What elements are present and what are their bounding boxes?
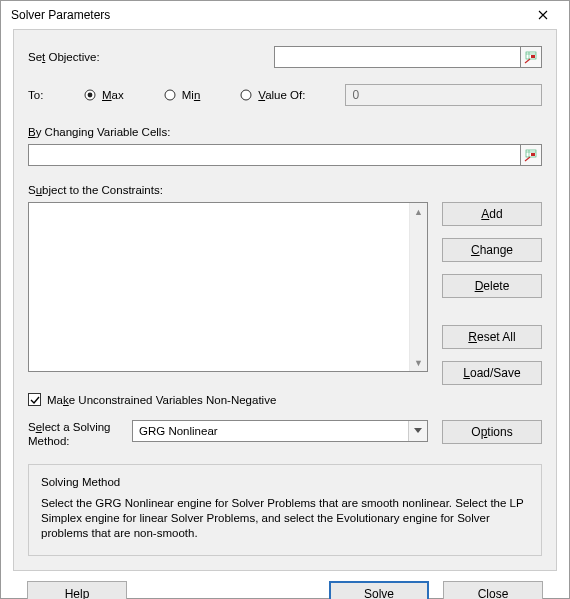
svg-rect-7 xyxy=(531,153,535,156)
window-close-button[interactable] xyxy=(523,1,563,29)
svg-rect-1 xyxy=(531,55,535,58)
add-button[interactable]: Add xyxy=(442,202,542,226)
valueof-input xyxy=(345,84,542,106)
reset-all-button[interactable]: Reset All xyxy=(442,325,542,349)
help-button[interactable]: Help xyxy=(27,581,127,599)
dialog-body: Set Objective: To: xyxy=(1,29,569,599)
radio-unselected-icon xyxy=(240,89,252,101)
changing-refedit-button[interactable] xyxy=(520,144,542,166)
method-row: Select a Solving Method: GRG Nonlinear O… xyxy=(28,420,542,448)
constraints-label: Subject to the Constraints: xyxy=(28,184,542,196)
main-panel: Set Objective: To: xyxy=(13,29,557,571)
svg-point-4 xyxy=(165,90,175,100)
radio-valueof[interactable]: Value Of: xyxy=(240,89,305,101)
chevron-down-icon xyxy=(408,421,427,441)
options-button[interactable]: Options xyxy=(442,420,542,444)
titlebar: Solver Parameters xyxy=(1,1,569,29)
nonneg-label: Make Unconstrained Variables Non-Negativ… xyxy=(47,394,276,406)
scroll-up-icon: ▲ xyxy=(410,203,427,220)
objective-input[interactable] xyxy=(274,46,521,68)
close-button[interactable]: Close xyxy=(443,581,543,599)
solve-button[interactable]: Solve xyxy=(329,581,429,599)
constraint-buttons: Add Change Delete Reset All Load/Save xyxy=(442,202,542,385)
changing-input[interactable] xyxy=(28,144,521,166)
constraints-listbox[interactable]: ▲ ▼ xyxy=(28,202,428,372)
svg-point-5 xyxy=(241,90,251,100)
svg-point-3 xyxy=(88,93,93,98)
objective-row: Set Objective: xyxy=(28,46,542,68)
solver-parameters-dialog: Solver Parameters Set Objective: xyxy=(0,0,570,599)
description-title: Solving Method xyxy=(41,475,529,490)
radio-selected-icon xyxy=(84,89,96,101)
load-save-button[interactable]: Load/Save xyxy=(442,361,542,385)
solving-method-description: Solving Method Select the GRG Nonlinear … xyxy=(28,464,542,556)
changing-label: By Changing Variable Cells: xyxy=(28,126,542,138)
method-label: Select a Solving Method: xyxy=(28,420,132,448)
nonneg-row: Make Unconstrained Variables Non-Negativ… xyxy=(28,393,542,406)
refedit-icon xyxy=(524,50,538,64)
objective-refedit-button[interactable] xyxy=(520,46,542,68)
to-row: To: Max Min Value Of: xyxy=(28,84,542,106)
description-body: Select the GRG Nonlinear engine for Solv… xyxy=(41,496,529,541)
radio-max[interactable]: Max xyxy=(84,89,124,101)
dialog-footer: Help Solve Close xyxy=(13,571,557,599)
constraints-scrollbar[interactable]: ▲ ▼ xyxy=(409,203,427,371)
radio-unselected-icon xyxy=(164,89,176,101)
scroll-down-icon: ▼ xyxy=(410,354,427,371)
changing-refedit xyxy=(28,144,542,166)
window-title: Solver Parameters xyxy=(11,8,523,22)
objective-refedit xyxy=(274,46,542,68)
method-value: GRG Nonlinear xyxy=(139,425,218,437)
objective-label: Set Objective: xyxy=(28,51,274,63)
close-icon xyxy=(538,10,548,20)
to-label: To: xyxy=(28,89,84,101)
method-select[interactable]: GRG Nonlinear xyxy=(132,420,428,442)
nonneg-checkbox[interactable] xyxy=(28,393,41,406)
refedit-icon xyxy=(524,148,538,162)
check-icon xyxy=(30,395,40,405)
constraints-row: ▲ ▼ Add Change Delete R xyxy=(28,202,542,385)
radio-min[interactable]: Min xyxy=(164,89,201,101)
change-button[interactable]: Change xyxy=(442,238,542,262)
changing-row xyxy=(28,144,542,166)
delete-button[interactable]: Delete xyxy=(442,274,542,298)
